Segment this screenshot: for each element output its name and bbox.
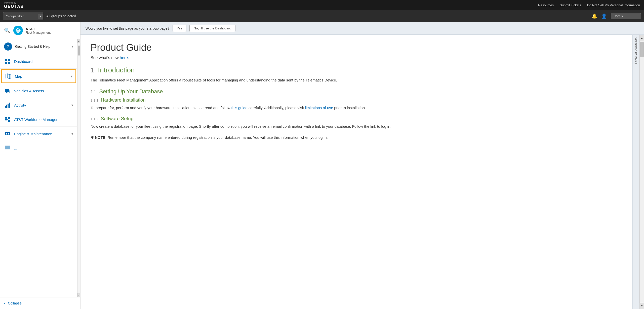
svg-rect-26 xyxy=(5,132,10,135)
section-1-1-heading: 1.1 Setting Up Your Database xyxy=(91,88,620,95)
sidebar-scroll-thumb[interactable] xyxy=(78,46,80,56)
activity-icon xyxy=(4,102,11,109)
section-1-title: Introduction xyxy=(98,66,135,74)
svg-rect-5 xyxy=(8,59,10,61)
sidebar-item-engine[interactable]: Engine & Maintenance ▾ xyxy=(0,127,77,141)
svg-rect-16 xyxy=(5,106,6,108)
here-link[interactable]: here xyxy=(120,56,128,60)
dashboard-label: Dashboard xyxy=(14,59,73,64)
all-groups-text: All groups selected xyxy=(46,14,589,18)
map-label: Map xyxy=(15,74,71,78)
sidebar-brand: AT&T Fleet Management xyxy=(13,26,51,35)
section-1-1-num: 1.1 xyxy=(91,90,96,94)
map-icon xyxy=(5,73,12,80)
dashboard-icon xyxy=(4,58,11,65)
sidebar-scroll-track xyxy=(77,43,80,293)
sidebar-item-activity[interactable]: Activity ▾ xyxy=(0,98,77,112)
toc-label[interactable]: Table of contents xyxy=(634,37,638,64)
hw-text-after: prior to installation. xyxy=(333,106,366,110)
yes-button[interactable]: Yes xyxy=(173,25,186,32)
groups-filter-button[interactable]: Groups filter ▾ xyxy=(3,12,43,20)
svg-rect-17 xyxy=(6,105,7,108)
section-1-1-2-num: 1.1.2 xyxy=(91,117,98,121)
section-1-1-2-heading: 1.1.2 Software Setup xyxy=(91,116,620,121)
no-dashboard-button[interactable]: No, I'll use the Dashboard xyxy=(189,25,235,32)
sidebar-item-getting-started[interactable]: ? Getting Started & Help ▾ xyxy=(0,39,77,54)
startup-bar: Would you like to set this page as your … xyxy=(80,22,644,35)
search-icon[interactable]: 🔍 xyxy=(4,27,10,33)
brand-name: AT&T Fleet Management xyxy=(25,27,51,34)
svg-point-13 xyxy=(5,92,7,93)
engine-chevron: ▾ xyxy=(71,132,73,136)
engine-icon xyxy=(4,130,11,137)
main-content-scroll[interactable]: Product Guide See what's new here. 1 Int… xyxy=(80,35,632,309)
section-1-paragraph: The Telematics Fleet Management Applicat… xyxy=(91,77,620,83)
svg-marker-12 xyxy=(5,89,9,90)
note-star: ✱ xyxy=(91,135,94,140)
section-1-1-1-num: 1.1.1 xyxy=(91,98,98,102)
sidebar-scroll-down-arrow[interactable]: ▼ xyxy=(77,293,80,297)
sidebar-item-more[interactable]: ... xyxy=(0,141,77,155)
notification-bell-icon[interactable]: 🔔 xyxy=(592,13,597,19)
do-not-sell-link[interactable]: Do Not Sell My Personal Information xyxy=(587,3,640,7)
resources-link[interactable]: Resources xyxy=(538,3,554,7)
subtitle-text: See what's new xyxy=(91,56,120,60)
filter-bar: Groups filter ▾ All groups selected 🔔 👤 … xyxy=(0,10,644,22)
activity-label: Activity xyxy=(14,103,71,107)
svg-rect-20 xyxy=(5,118,7,120)
sidebar-item-map[interactable]: Map ▾ xyxy=(1,69,76,83)
this-guide-link[interactable]: this guide xyxy=(231,106,247,110)
vehicles-icon xyxy=(4,87,11,94)
scroll-down-arrow[interactable]: ▼ xyxy=(640,303,644,309)
startup-question: Would you like to set this page as your … xyxy=(86,26,170,30)
sidebar-item-vehicles[interactable]: Vehicles & Assets xyxy=(0,84,77,98)
main-layout: 🔍 AT&T Fleet Management xyxy=(0,22,644,309)
svg-rect-23 xyxy=(5,117,7,118)
svg-marker-8 xyxy=(6,74,11,79)
scroll-up-arrow[interactable]: ▲ xyxy=(640,35,644,41)
svg-rect-19 xyxy=(9,103,10,108)
limitations-link[interactable]: limitations of use xyxy=(305,106,333,110)
content-area: Would you like to set this page as your … xyxy=(80,22,644,309)
workforce-label: AT&T Workforce Manager xyxy=(14,117,73,122)
sidebar-item-dashboard[interactable]: Dashboard xyxy=(0,54,77,69)
second-bar-right: 🔔 👤 User ▾ xyxy=(592,13,641,19)
svg-rect-22 xyxy=(8,120,10,122)
content-scrollbar: ▲ ▼ xyxy=(639,35,644,309)
svg-rect-18 xyxy=(8,104,9,108)
section-1-1-1-heading: 1.1.1 Hardware Installation xyxy=(91,97,620,103)
scroll-thumb[interactable] xyxy=(640,42,644,57)
toc-sidebar[interactable]: Table of contents xyxy=(632,35,639,309)
sidebar-nav: ? Getting Started & Help ▾ Dashboa xyxy=(0,39,77,297)
collapse-button[interactable]: ‹ Collapse xyxy=(0,297,80,309)
workforce-icon xyxy=(4,116,11,123)
user-profile-icon[interactable]: 👤 xyxy=(601,13,607,19)
brand-logo: Powered by GEOTAB xyxy=(4,2,24,9)
submit-tickets-link[interactable]: Submit Tickets xyxy=(560,3,581,7)
section-1-1-1-paragraph: To prepare for, perform and verify your … xyxy=(91,105,620,111)
sidebar-scroll-up-arrow[interactable]: ▲ xyxy=(77,39,80,43)
getting-started-chevron: ▾ xyxy=(71,45,73,49)
svg-point-14 xyxy=(8,92,9,93)
map-chevron: ▾ xyxy=(71,74,72,78)
user-name-text: User xyxy=(614,14,620,18)
section-1-1-2-title: Software Setup xyxy=(101,116,133,121)
section-1-1-1-title: Hardware Installation xyxy=(101,97,145,103)
collapse-label: Collapse xyxy=(8,301,21,305)
section-1-1-2-paragraph: Now create a database for your fleet usi… xyxy=(91,123,620,129)
user-dropdown[interactable]: User ▾ xyxy=(611,13,641,19)
product-name: Fleet Management xyxy=(25,31,51,34)
sidebar-header: 🔍 AT&T Fleet Management xyxy=(0,22,80,39)
section-1-1-title: Setting Up Your Database xyxy=(99,88,163,95)
sidebar-item-workforce[interactable]: AT&T Workforce Manager xyxy=(0,112,77,127)
more-icon xyxy=(4,145,11,152)
sidebar-scrollbar[interactable]: ▲ ▼ xyxy=(77,39,80,297)
svg-rect-21 xyxy=(8,117,10,119)
vehicles-label: Vehicles & Assets xyxy=(14,89,73,93)
top-nav-links: Resources Submit Tickets Do Not Sell My … xyxy=(538,3,640,7)
svg-rect-4 xyxy=(5,59,7,61)
subtitle-line: See what's new here. xyxy=(91,56,620,60)
sidebar: 🔍 AT&T Fleet Management xyxy=(0,22,80,309)
svg-rect-6 xyxy=(5,62,7,64)
svg-point-27 xyxy=(6,133,7,135)
